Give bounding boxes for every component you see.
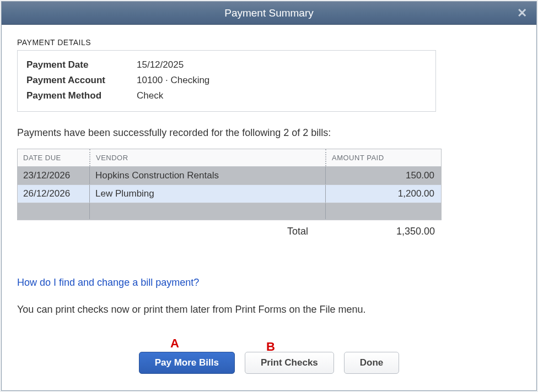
- detail-row-account: Payment Account 10100 · Checking: [26, 73, 427, 88]
- done-button[interactable]: Done: [344, 352, 400, 374]
- cell-vendor: Hopkins Construction Rentals: [89, 167, 325, 184]
- status-message: Payments have been successfully recorded…: [17, 127, 521, 139]
- detail-label: Payment Account: [26, 75, 137, 86]
- table-header: DATE DUE VENDOR AMOUNT PAID: [18, 149, 441, 167]
- detail-value: 15/12/2025: [137, 59, 184, 70]
- cell-amount: 1,200.00: [325, 185, 441, 203]
- button-row: Pay More Bills Print Checks Done: [2, 352, 536, 374]
- pay-more-bills-button[interactable]: Pay More Bills: [139, 352, 235, 374]
- dialog-body: PAYMENT DETAILS Payment Date 15/12/2025 …: [2, 25, 536, 390]
- detail-label: Payment Date: [26, 59, 137, 70]
- titlebar: Payment Summary ✕: [2, 2, 536, 25]
- detail-value: 10100 · Checking: [137, 75, 209, 86]
- table-row: 23/12/2026 Hopkins Construction Rentals …: [18, 167, 441, 185]
- table-row-empty: [18, 203, 441, 220]
- annotation-a: A: [170, 336, 179, 351]
- detail-value: Check: [137, 90, 163, 101]
- payment-details-label: PAYMENT DETAILS: [17, 38, 521, 47]
- cell-date: 23/12/2026: [18, 167, 89, 184]
- payments-table: DATE DUE VENDOR AMOUNT PAID 23/12/2026 H…: [17, 149, 442, 220]
- detail-label: Payment Method: [26, 90, 137, 101]
- cell-date: 26/12/2026: [18, 185, 89, 203]
- detail-row-date: Payment Date 15/12/2025: [26, 57, 427, 73]
- col-header-date-due: DATE DUE: [18, 149, 89, 166]
- print-checks-button[interactable]: Print Checks: [245, 352, 334, 374]
- col-header-vendor: VENDOR: [89, 149, 325, 166]
- print-checks-note: You can print checks now or print them l…: [17, 304, 521, 315]
- cell-amount: 150.00: [325, 167, 441, 184]
- window-title: Payment Summary: [224, 7, 314, 19]
- payment-summary-dialog: Payment Summary ✕ PAYMENT DETAILS Paymen…: [1, 1, 537, 391]
- cell-vendor: Lew Plumbing: [89, 185, 325, 203]
- col-header-amount: AMOUNT PAID: [325, 149, 441, 166]
- table-row: 26/12/2026 Lew Plumbing 1,200.00: [18, 185, 441, 203]
- payment-details-box: Payment Date 15/12/2025 Payment Account …: [17, 50, 436, 112]
- total-value: 1,350.00: [396, 226, 435, 237]
- detail-row-method: Payment Method Check: [26, 88, 427, 104]
- total-label: Total: [287, 226, 308, 237]
- total-line: Total 1,350.00: [17, 220, 442, 237]
- close-icon[interactable]: ✕: [517, 8, 528, 19]
- help-link[interactable]: How do I find and change a bill payment?: [17, 277, 199, 288]
